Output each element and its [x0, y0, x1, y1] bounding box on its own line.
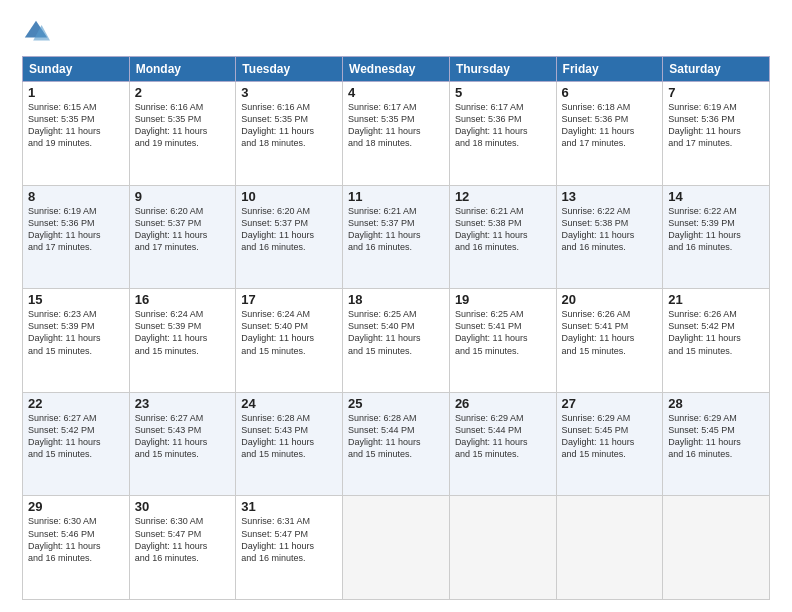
day-info: Sunrise: 6:26 AMSunset: 5:42 PMDaylight:…	[668, 308, 764, 357]
calendar-cell: 10Sunrise: 6:20 AMSunset: 5:37 PMDayligh…	[236, 185, 343, 289]
calendar-cell: 5Sunrise: 6:17 AMSunset: 5:36 PMDaylight…	[449, 82, 556, 186]
day-info: Sunrise: 6:21 AMSunset: 5:38 PMDaylight:…	[455, 205, 551, 254]
calendar-cell: 14Sunrise: 6:22 AMSunset: 5:39 PMDayligh…	[663, 185, 770, 289]
day-number: 24	[241, 396, 337, 411]
day-number: 1	[28, 85, 124, 100]
header-day-tuesday: Tuesday	[236, 57, 343, 82]
day-number: 2	[135, 85, 231, 100]
day-number: 16	[135, 292, 231, 307]
calendar-week-row: 8Sunrise: 6:19 AMSunset: 5:36 PMDaylight…	[23, 185, 770, 289]
calendar-cell: 26Sunrise: 6:29 AMSunset: 5:44 PMDayligh…	[449, 392, 556, 496]
day-number: 13	[562, 189, 658, 204]
calendar-cell: 7Sunrise: 6:19 AMSunset: 5:36 PMDaylight…	[663, 82, 770, 186]
day-number: 5	[455, 85, 551, 100]
header-day-sunday: Sunday	[23, 57, 130, 82]
calendar-cell: 2Sunrise: 6:16 AMSunset: 5:35 PMDaylight…	[129, 82, 236, 186]
calendar-cell: 9Sunrise: 6:20 AMSunset: 5:37 PMDaylight…	[129, 185, 236, 289]
calendar-cell: 29Sunrise: 6:30 AMSunset: 5:46 PMDayligh…	[23, 496, 130, 600]
day-info: Sunrise: 6:17 AMSunset: 5:36 PMDaylight:…	[455, 101, 551, 150]
day-info: Sunrise: 6:24 AMSunset: 5:40 PMDaylight:…	[241, 308, 337, 357]
day-info: Sunrise: 6:27 AMSunset: 5:42 PMDaylight:…	[28, 412, 124, 461]
page: SundayMondayTuesdayWednesdayThursdayFrid…	[0, 0, 792, 612]
calendar-cell: 13Sunrise: 6:22 AMSunset: 5:38 PMDayligh…	[556, 185, 663, 289]
calendar-cell: 3Sunrise: 6:16 AMSunset: 5:35 PMDaylight…	[236, 82, 343, 186]
day-info: Sunrise: 6:25 AMSunset: 5:40 PMDaylight:…	[348, 308, 444, 357]
day-info: Sunrise: 6:22 AMSunset: 5:39 PMDaylight:…	[668, 205, 764, 254]
calendar-cell: 20Sunrise: 6:26 AMSunset: 5:41 PMDayligh…	[556, 289, 663, 393]
day-number: 10	[241, 189, 337, 204]
calendar-cell	[343, 496, 450, 600]
calendar-cell: 22Sunrise: 6:27 AMSunset: 5:42 PMDayligh…	[23, 392, 130, 496]
calendar-cell: 11Sunrise: 6:21 AMSunset: 5:37 PMDayligh…	[343, 185, 450, 289]
day-info: Sunrise: 6:30 AMSunset: 5:46 PMDaylight:…	[28, 515, 124, 564]
logo-icon	[22, 18, 50, 46]
header-day-monday: Monday	[129, 57, 236, 82]
day-info: Sunrise: 6:18 AMSunset: 5:36 PMDaylight:…	[562, 101, 658, 150]
day-number: 11	[348, 189, 444, 204]
calendar-cell: 31Sunrise: 6:31 AMSunset: 5:47 PMDayligh…	[236, 496, 343, 600]
day-number: 6	[562, 85, 658, 100]
day-info: Sunrise: 6:31 AMSunset: 5:47 PMDaylight:…	[241, 515, 337, 564]
calendar-week-row: 1Sunrise: 6:15 AMSunset: 5:35 PMDaylight…	[23, 82, 770, 186]
day-number: 22	[28, 396, 124, 411]
day-number: 31	[241, 499, 337, 514]
day-number: 8	[28, 189, 124, 204]
day-number: 4	[348, 85, 444, 100]
calendar-cell: 24Sunrise: 6:28 AMSunset: 5:43 PMDayligh…	[236, 392, 343, 496]
day-number: 25	[348, 396, 444, 411]
day-info: Sunrise: 6:27 AMSunset: 5:43 PMDaylight:…	[135, 412, 231, 461]
day-info: Sunrise: 6:25 AMSunset: 5:41 PMDaylight:…	[455, 308, 551, 357]
day-info: Sunrise: 6:16 AMSunset: 5:35 PMDaylight:…	[241, 101, 337, 150]
day-info: Sunrise: 6:20 AMSunset: 5:37 PMDaylight:…	[241, 205, 337, 254]
day-number: 26	[455, 396, 551, 411]
header-day-saturday: Saturday	[663, 57, 770, 82]
day-info: Sunrise: 6:24 AMSunset: 5:39 PMDaylight:…	[135, 308, 231, 357]
day-number: 14	[668, 189, 764, 204]
calendar-header-row: SundayMondayTuesdayWednesdayThursdayFrid…	[23, 57, 770, 82]
calendar-cell: 15Sunrise: 6:23 AMSunset: 5:39 PMDayligh…	[23, 289, 130, 393]
day-info: Sunrise: 6:30 AMSunset: 5:47 PMDaylight:…	[135, 515, 231, 564]
day-info: Sunrise: 6:26 AMSunset: 5:41 PMDaylight:…	[562, 308, 658, 357]
day-number: 27	[562, 396, 658, 411]
day-info: Sunrise: 6:17 AMSunset: 5:35 PMDaylight:…	[348, 101, 444, 150]
day-info: Sunrise: 6:29 AMSunset: 5:45 PMDaylight:…	[668, 412, 764, 461]
header	[22, 18, 770, 46]
calendar-cell: 19Sunrise: 6:25 AMSunset: 5:41 PMDayligh…	[449, 289, 556, 393]
calendar-cell: 25Sunrise: 6:28 AMSunset: 5:44 PMDayligh…	[343, 392, 450, 496]
day-info: Sunrise: 6:20 AMSunset: 5:37 PMDaylight:…	[135, 205, 231, 254]
calendar-cell: 23Sunrise: 6:27 AMSunset: 5:43 PMDayligh…	[129, 392, 236, 496]
header-day-wednesday: Wednesday	[343, 57, 450, 82]
day-info: Sunrise: 6:19 AMSunset: 5:36 PMDaylight:…	[28, 205, 124, 254]
calendar-week-row: 29Sunrise: 6:30 AMSunset: 5:46 PMDayligh…	[23, 496, 770, 600]
calendar-cell: 8Sunrise: 6:19 AMSunset: 5:36 PMDaylight…	[23, 185, 130, 289]
calendar-cell: 27Sunrise: 6:29 AMSunset: 5:45 PMDayligh…	[556, 392, 663, 496]
day-number: 7	[668, 85, 764, 100]
day-number: 3	[241, 85, 337, 100]
day-number: 30	[135, 499, 231, 514]
calendar-cell: 1Sunrise: 6:15 AMSunset: 5:35 PMDaylight…	[23, 82, 130, 186]
calendar-cell: 4Sunrise: 6:17 AMSunset: 5:35 PMDaylight…	[343, 82, 450, 186]
calendar-cell: 16Sunrise: 6:24 AMSunset: 5:39 PMDayligh…	[129, 289, 236, 393]
day-number: 15	[28, 292, 124, 307]
day-number: 18	[348, 292, 444, 307]
day-info: Sunrise: 6:22 AMSunset: 5:38 PMDaylight:…	[562, 205, 658, 254]
day-info: Sunrise: 6:29 AMSunset: 5:45 PMDaylight:…	[562, 412, 658, 461]
day-info: Sunrise: 6:16 AMSunset: 5:35 PMDaylight:…	[135, 101, 231, 150]
calendar-cell: 21Sunrise: 6:26 AMSunset: 5:42 PMDayligh…	[663, 289, 770, 393]
day-number: 20	[562, 292, 658, 307]
calendar-cell: 28Sunrise: 6:29 AMSunset: 5:45 PMDayligh…	[663, 392, 770, 496]
header-day-thursday: Thursday	[449, 57, 556, 82]
day-info: Sunrise: 6:29 AMSunset: 5:44 PMDaylight:…	[455, 412, 551, 461]
calendar: SundayMondayTuesdayWednesdayThursdayFrid…	[22, 56, 770, 600]
day-info: Sunrise: 6:28 AMSunset: 5:43 PMDaylight:…	[241, 412, 337, 461]
calendar-cell: 30Sunrise: 6:30 AMSunset: 5:47 PMDayligh…	[129, 496, 236, 600]
header-day-friday: Friday	[556, 57, 663, 82]
calendar-cell: 17Sunrise: 6:24 AMSunset: 5:40 PMDayligh…	[236, 289, 343, 393]
calendar-cell: 12Sunrise: 6:21 AMSunset: 5:38 PMDayligh…	[449, 185, 556, 289]
day-info: Sunrise: 6:23 AMSunset: 5:39 PMDaylight:…	[28, 308, 124, 357]
day-number: 12	[455, 189, 551, 204]
calendar-cell	[663, 496, 770, 600]
calendar-week-row: 15Sunrise: 6:23 AMSunset: 5:39 PMDayligh…	[23, 289, 770, 393]
day-number: 9	[135, 189, 231, 204]
day-number: 23	[135, 396, 231, 411]
